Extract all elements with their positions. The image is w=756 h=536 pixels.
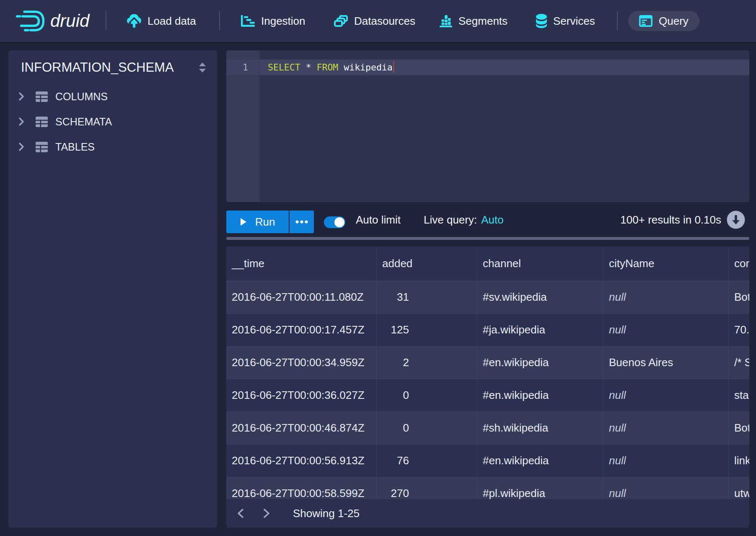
table-row: 2016-06-27T00:00:46.874Z 0 #sh.wikipedia… xyxy=(226,412,749,445)
brand-wordmark[interactable]: druid xyxy=(50,0,89,42)
schema-selector[interactable]: INFORMATION_SCHEMA xyxy=(21,55,207,81)
auto-limit-label: Auto limit xyxy=(356,208,401,231)
column-header-__time[interactable]: __time xyxy=(226,247,377,281)
nav-item-services[interactable]: Services xyxy=(536,0,595,42)
nav-item-label: Query xyxy=(659,15,689,28)
next-page-button[interactable] xyxy=(261,508,272,519)
sql-editor[interactable]: 1 SELECT * FROM wikipedia xyxy=(226,50,749,202)
sql-token-keyword: SELECT xyxy=(268,62,300,73)
table-row: 2016-06-27T00:00:36.027Z 0 #en.wikipedia… xyxy=(226,379,749,412)
cell-channel: #ja.wikipedia xyxy=(477,314,603,346)
live-query-value[interactable]: Auto xyxy=(481,213,504,226)
cell-time: 2016-06-27T00:00:36.027Z xyxy=(226,379,377,412)
nav-item-segments[interactable]: Segments xyxy=(440,0,507,42)
schema-tree-item[interactable]: COLUMNS xyxy=(8,84,217,109)
cell-time: 2016-06-27T00:00:34.959Z xyxy=(226,346,377,379)
column-header-comment[interactable]: comment xyxy=(729,247,749,281)
cell-cityname: null xyxy=(603,445,729,477)
double-caret-vertical-icon xyxy=(198,62,207,73)
more-options-button[interactable] xyxy=(290,211,314,233)
table-icon xyxy=(35,115,48,128)
cell-time: 2016-06-27T00:00:56.913Z xyxy=(226,445,377,477)
nav-item-load-data[interactable]: Load data xyxy=(127,0,196,42)
cell-added: 31 xyxy=(377,281,477,314)
pagination-bar: Showing 1-25 xyxy=(226,499,749,528)
query-result-status: 100+ results in 0.10s xyxy=(620,208,745,231)
cell-added: 0 xyxy=(377,379,477,412)
schema-tree-item[interactable]: SCHEMATA xyxy=(8,109,217,134)
table-row: 2016-06-27T00:00:17.457Z 125 #ja.wikiped… xyxy=(226,314,749,346)
stacked-chart-icon xyxy=(440,15,452,27)
cell-comment: Botskapande Indonesien omdirigering xyxy=(729,281,749,314)
editor-line-number: 1 xyxy=(226,60,259,75)
previous-page-button[interactable] xyxy=(235,508,246,519)
database-icon xyxy=(536,14,547,28)
cell-time: 2016-06-27T00:00:46.874Z xyxy=(226,412,377,445)
chevron-right-icon xyxy=(262,508,271,519)
nav-item-label: Segments xyxy=(458,15,507,28)
cell-comment: 70.210.148.81 (会話) による ID:60209342 の版を取り… xyxy=(729,314,749,346)
column-header-cityName[interactable]: cityName xyxy=(603,247,729,281)
cell-cityname: null xyxy=(603,281,729,314)
gantt-chart-icon xyxy=(241,15,255,27)
cell-channel: #sh.wikipedia xyxy=(477,412,603,445)
nav-item-query[interactable]: Query xyxy=(628,0,699,42)
navbar: druid Load data Ingestion Datasources xyxy=(0,0,756,42)
editor-gutter: 1 xyxy=(226,50,259,202)
editor-cursor xyxy=(393,61,394,73)
nav-item-ingestion[interactable]: Ingestion xyxy=(241,0,306,42)
cell-cityname: Buenos Aires xyxy=(603,346,729,379)
cell-channel: #en.wikipedia xyxy=(477,379,603,412)
sql-token-operator: * xyxy=(306,62,311,73)
sql-token-plain xyxy=(300,62,306,73)
column-header-added[interactable]: added xyxy=(377,247,477,281)
nav-item-label: Load data xyxy=(148,15,196,28)
query-workbench: 1 SELECT * FROM wikipedia Run Auto limit… xyxy=(226,50,749,528)
cell-cityname: null xyxy=(603,379,729,412)
sql-token-identifier: wikipedia xyxy=(344,62,393,73)
column-header-channel[interactable]: channel xyxy=(477,247,603,281)
application-icon xyxy=(639,15,652,27)
cell-added: 2 xyxy=(377,346,477,379)
cell-cityname: null xyxy=(603,314,729,346)
pagination-label: Showing 1-25 xyxy=(293,507,360,520)
cell-channel: #en.wikipedia xyxy=(477,346,603,379)
multi-select-icon xyxy=(334,15,348,27)
druid-logo-icon xyxy=(15,9,44,33)
schema-tree: COLUMNS SCHEMATA xyxy=(8,84,217,159)
sql-token-plain xyxy=(338,62,344,73)
cell-channel: #sv.wikipedia xyxy=(477,281,603,314)
schema-tree-item[interactable]: TABLES xyxy=(8,134,217,159)
navbar-separator xyxy=(617,12,618,30)
cloud-upload-icon xyxy=(127,14,141,28)
live-query-label: Live query: Auto xyxy=(424,208,504,231)
sql-token-keyword: FROM xyxy=(317,62,339,73)
druid-logo[interactable] xyxy=(15,0,44,42)
chevron-right-icon xyxy=(18,142,24,151)
table-row: 2016-06-27T00:00:11.080Z 31 #sv.wikipedi… xyxy=(226,281,749,314)
cell-time: 2016-06-27T00:00:17.457Z xyxy=(226,314,377,346)
chevron-right-icon xyxy=(18,92,24,101)
schema-tree-item-label: SCHEMATA xyxy=(55,116,112,128)
navbar-separator xyxy=(106,12,106,30)
cell-added: 0 xyxy=(377,412,477,445)
cell-channel: #en.wikipedia xyxy=(477,445,603,477)
cell-comment: link fix xyxy=(729,445,749,477)
table-row: 2016-06-27T00:00:34.959Z 2 #en.wikipedia… xyxy=(226,346,749,379)
chevron-left-icon xyxy=(236,508,245,519)
query-results-panel: __timeaddedchannelcityNamecomment 2016-0… xyxy=(226,247,749,528)
cell-added: 76 xyxy=(377,445,477,477)
results-header-row: __timeaddedchannelcityNamecomment xyxy=(226,247,749,281)
auto-limit-toggle[interactable] xyxy=(324,216,345,228)
table-row: 2016-06-27T00:00:56.913Z 76 #en.wikipedi… xyxy=(226,445,749,477)
cell-cityname: null xyxy=(603,412,729,445)
nav-item-label: Datasources xyxy=(354,15,415,28)
cell-added: 125 xyxy=(377,314,477,346)
chevron-right-icon xyxy=(18,117,24,126)
cell-time: 2016-06-27T00:00:11.080Z xyxy=(226,281,377,314)
run-button[interactable]: Run xyxy=(226,211,289,233)
download-icon[interactable] xyxy=(727,211,745,229)
result-status-text: 100+ results in 0.10s xyxy=(620,213,721,226)
panel-resize-handle[interactable] xyxy=(226,237,749,240)
nav-item-datasources[interactable]: Datasources xyxy=(334,0,415,42)
